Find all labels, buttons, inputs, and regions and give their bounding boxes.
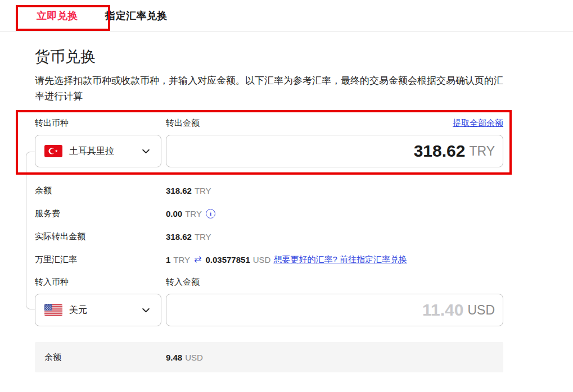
source-amount-currency: TRY — [469, 144, 495, 159]
fee-amount: 0.00 — [166, 209, 182, 218]
exchange-rate-label: 万里汇汇率 — [35, 254, 166, 265]
fee-currency: TRY — [185, 209, 202, 218]
actual-amount: 318.62 — [166, 232, 192, 241]
tab-target-rate-exchange[interactable]: 指定汇率兑换 — [105, 9, 168, 22]
exchange-rate-value: 1 TRY ⇄ 0.03577851 USD 想要更好的汇率? 前往指定汇率兑换 — [166, 254, 407, 265]
currency-exchange-page: 立即兑换 指定汇率兑换 货币兑换 请先选择扣款币种或收款币种，并输入对应金额。以… — [0, 0, 573, 392]
balance-amount: 318.62 — [166, 186, 192, 195]
rate-base-value: 1 — [166, 255, 170, 265]
target-amount-currency: USD — [467, 303, 495, 318]
us-flag-icon — [44, 304, 62, 316]
source-currency-name: 土耳其里拉 — [69, 145, 141, 157]
detail-row-exchange-rate: 万里汇汇率 1 TRY ⇄ 0.03577851 USD 想要更好的汇率? 前往… — [35, 254, 503, 265]
tab-bar: 立即兑换 指定汇率兑换 — [0, 0, 573, 32]
better-rate-link[interactable]: 想要更好的汇率? 前往指定汇率兑换 — [273, 254, 407, 265]
source-amount-box: TRY — [166, 135, 503, 167]
target-balance-label: 余额 — [44, 352, 166, 363]
rate-quote-value: 0.03577851 — [205, 255, 250, 265]
page-title: 货币兑换 — [35, 47, 503, 67]
detail-row-actual-amount: 实际转出金额 318.62 TRY — [35, 231, 503, 242]
tab-instant-exchange[interactable]: 立即兑换 — [37, 9, 78, 22]
source-input-row: 土耳其里拉 TRY — [35, 135, 503, 167]
target-amount-input[interactable] — [174, 300, 463, 320]
target-currency-name: 美元 — [69, 304, 141, 316]
swap-icon: ⇄ — [193, 255, 202, 264]
target-balance-currency: USD — [185, 353, 203, 362]
turkey-flag-icon — [44, 145, 62, 157]
target-currency-select[interactable]: 美元 — [35, 294, 161, 326]
withdraw-all-link[interactable]: 提取全部余额 — [453, 118, 503, 129]
chevron-down-icon — [141, 147, 151, 156]
exchange-form: 货币兑换 请先选择扣款币种或收款币种，并输入对应金额。以下汇率为参考汇率，最终的… — [0, 32, 503, 372]
detail-row-fee: 服务费 0.00 TRY i — [35, 208, 503, 219]
balance-currency: TRY — [195, 186, 211, 195]
source-label-row: 转出币种 转出金额 提取全部余额 — [35, 118, 503, 129]
actual-amount-currency: TRY — [195, 232, 211, 241]
fee-value: 0.00 TRY i — [166, 209, 215, 218]
source-amount-label: 转出金额 — [166, 118, 200, 129]
target-label-row: 转入币种 转入金额 — [35, 277, 503, 288]
currency-pair-connector-line — [26, 152, 35, 309]
actual-amount-value: 318.62 TRY — [166, 232, 211, 241]
balance-label: 余额 — [35, 185, 166, 196]
target-amount-label: 转入金额 — [166, 277, 200, 288]
detail-row-balance: 余额 318.62 TRY — [35, 185, 503, 196]
rate-quote-currency: USD — [253, 255, 271, 265]
rate-base-currency: TRY — [173, 255, 190, 265]
actual-amount-label: 实际转出金额 — [35, 231, 166, 242]
chevron-down-icon — [141, 306, 151, 315]
balance-value: 318.62 TRY — [166, 186, 211, 195]
source-currency-select[interactable]: 土耳其里拉 — [35, 135, 161, 167]
detail-rows: 余额 318.62 TRY 服务费 0.00 TRY i 实际转出金额 318.… — [35, 185, 503, 265]
target-balance-amount: 9.48 — [166, 353, 182, 362]
target-currency-label: 转入币种 — [35, 277, 166, 288]
target-amount-box: USD — [166, 294, 503, 326]
info-icon[interactable]: i — [206, 209, 215, 218]
target-balance-box: 余额 9.48 USD — [35, 342, 503, 372]
fee-label: 服务费 — [35, 208, 166, 219]
source-currency-label: 转出币种 — [35, 118, 166, 129]
target-input-row: 美元 USD — [35, 294, 503, 326]
source-amount-input[interactable] — [174, 142, 465, 161]
page-description: 请先选择扣款币种或收款币种，并输入对应金额。以下汇率为参考汇率，最终的交易金额会… — [35, 73, 507, 104]
